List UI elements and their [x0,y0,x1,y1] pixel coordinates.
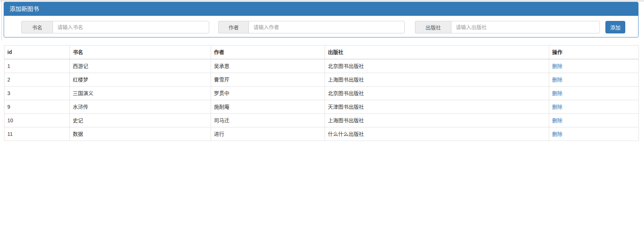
cell-author: 司马迁 [211,114,325,127]
cell-actions: 删除 [549,73,639,87]
panel-header: 添加新图书 [4,2,638,16]
cell-author: 曹雪芹 [211,73,325,87]
cell-publisher: 什么什么出版社 [325,127,549,141]
cell-id: 3 [4,87,70,100]
table-row: 2 红楼梦 曹雪芹 上海图书出版社 删除 [4,73,639,87]
author-input-group: 作者 [218,21,405,33]
cell-title: 红楼梦 [70,73,211,87]
cell-id: 9 [4,100,70,114]
table-row: 3 三国演义 罗贯中 北京图书出版社 删除 [4,87,639,100]
cell-publisher: 北京图书出版社 [325,59,549,73]
cell-id: 1 [4,59,70,73]
top-edge-strip [0,0,644,1]
cell-actions: 删除 [549,114,639,127]
cell-author: 进行 [211,127,325,141]
cell-actions: 删除 [549,100,639,114]
cell-publisher: 天津图书出版社 [325,100,549,114]
panel-title: 添加新图书 [10,6,39,12]
delete-link[interactable]: 删除 [552,63,562,69]
cell-title: 史记 [70,114,211,127]
book-title-input[interactable] [53,21,209,33]
column-header-id: id [4,46,70,59]
cell-actions: 删除 [549,87,639,100]
cell-id: 11 [4,127,70,141]
publisher-input-group: 出版社 [415,21,600,33]
cell-author: 施耐庵 [211,100,325,114]
publisher-input[interactable] [451,21,600,33]
author-label: 作者 [218,21,248,33]
delete-link[interactable]: 删除 [552,90,562,96]
add-button[interactable]: 添加 [605,21,625,33]
publisher-label: 出版社 [415,21,451,33]
add-book-panel: 添加新图书 书名 作者 出版社 添加 [4,2,638,37]
column-header-title: 书名 [70,46,211,59]
column-header-author: 作者 [211,46,325,59]
table-header-row: id 书名 作者 出版社 操作 [4,46,639,59]
cell-author: 罗贯中 [211,87,325,100]
book-title-input-group: 书名 [21,21,209,33]
cell-title: 数据 [70,127,211,141]
cell-author: 吴承恩 [211,59,325,73]
delete-link[interactable]: 删除 [552,131,562,137]
cell-actions: 删除 [549,127,639,141]
cell-title: 水浒传 [70,100,211,114]
delete-link[interactable]: 删除 [552,77,562,83]
panel-body: 书名 作者 出版社 添加 [4,16,638,37]
delete-link[interactable]: 删除 [552,117,562,123]
cell-title: 三国演义 [70,87,211,100]
cell-publisher: 上海图书出版社 [325,73,549,87]
book-title-label: 书名 [21,21,53,33]
cell-publisher: 北京图书出版社 [325,87,549,100]
cell-publisher: 上海图书出版社 [325,114,549,127]
cell-id: 10 [4,114,70,127]
left-edge-line [1,0,2,40]
cell-id: 2 [4,73,70,87]
column-header-publisher: 出版社 [325,46,549,59]
table-row: 9 水浒传 施耐庵 天津图书出版社 删除 [4,100,639,114]
table-row: 10 史记 司马迁 上海图书出版社 删除 [4,114,639,127]
books-table: id 书名 作者 出版社 操作 1 西游记 吴承恩 北京图书出版社 删除 2 红… [4,45,639,141]
delete-link[interactable]: 删除 [552,104,562,110]
table-row: 11 数据 进行 什么什么出版社 删除 [4,127,639,141]
cell-actions: 删除 [549,59,639,73]
cell-title: 西游记 [70,59,211,73]
author-input[interactable] [248,21,405,33]
table-row: 1 西游记 吴承恩 北京图书出版社 删除 [4,59,639,73]
column-header-actions: 操作 [549,46,639,59]
